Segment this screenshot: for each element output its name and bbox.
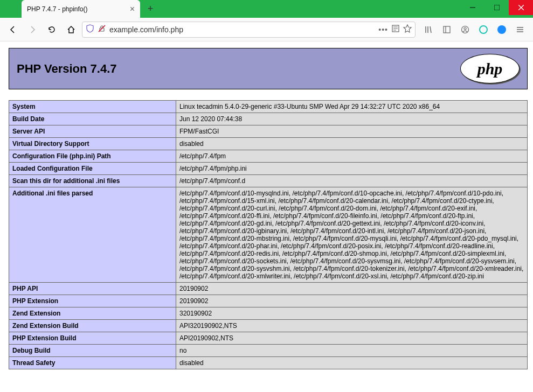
table-row: Loaded Configuration File/etc/php/7.4/fp… [9, 163, 528, 175]
php-version-title: PHP Version 7.4.7 [17, 62, 116, 76]
config-key: Configuration File (php.ini) Path [9, 150, 176, 163]
svg-point-16 [464, 27, 466, 30]
reload-button[interactable] [43, 21, 60, 38]
config-key: PHP Extension Build [9, 332, 176, 345]
config-key: PHP Extension [9, 295, 176, 307]
tab-close-icon[interactable]: × [130, 4, 135, 14]
config-value: disabled [176, 357, 528, 369]
page-content[interactable]: PHP Version 7.4.7 php SystemLinux tecadm… [0, 41, 533, 392]
config-value: 20190902 [176, 295, 528, 307]
table-row: Zend Extension BuildAPI320190902,NTS [9, 320, 528, 332]
table-row: Scan this dir for additional .ini files/… [9, 175, 528, 187]
tab-title: PHP 7.4.7 - phpinfo() [27, 5, 88, 13]
reader-icon[interactable] [391, 24, 400, 35]
config-value: API20190902,NTS [176, 332, 528, 345]
table-row: Additional .ini files parsed/etc/php/7.4… [9, 187, 528, 283]
config-key: System [9, 101, 176, 113]
forward-button[interactable] [24, 21, 41, 38]
page-actions-icon[interactable]: ••• [378, 25, 388, 34]
table-row: Server APIFPM/FastCGI [9, 125, 528, 138]
svg-line-12 [430, 26, 431, 33]
config-value: /etc/php/7.4/fpm/conf.d/10-mysqlnd.ini, … [176, 187, 528, 283]
extension-icon-1[interactable] [475, 21, 492, 38]
table-row: Build DateJun 12 2020 07:44:38 [9, 113, 528, 125]
back-button[interactable] [4, 21, 22, 38]
account-icon[interactable] [456, 21, 474, 38]
phpinfo-table: SystemLinux tecadmin 5.4.0-29-generic #3… [9, 100, 528, 369]
config-value: /etc/php/7.4/fpm [176, 150, 528, 163]
config-value: FPM/FastCGI [176, 125, 528, 138]
bookmark-star-icon[interactable] [403, 24, 412, 35]
table-row: Virtual Directory Supportdisabled [9, 138, 528, 150]
config-key: PHP API [9, 283, 176, 295]
table-row: Zend Extension320190902 [9, 307, 528, 320]
sidebar-icon[interactable] [438, 21, 455, 38]
config-value: 320190902 [176, 307, 528, 320]
address-bar[interactable]: ••• [82, 22, 416, 38]
table-row: Thread Safetydisabled [9, 357, 528, 369]
config-key: Thread Safety [9, 357, 176, 369]
config-key: Additional .ini files parsed [9, 187, 176, 283]
config-value: Linux tecadmin 5.4.0-29-generic #33-Ubun… [176, 101, 528, 113]
table-row: PHP Extension20190902 [9, 295, 528, 307]
insecure-icon[interactable] [98, 24, 106, 35]
config-key: Zend Extension Build [9, 320, 176, 332]
toolbar: ••• [0, 18, 533, 41]
shield-icon[interactable] [86, 24, 94, 35]
table-row: PHP Extension BuildAPI20190902,NTS [9, 332, 528, 345]
home-button[interactable] [63, 21, 80, 38]
extension-icon-2[interactable] [493, 21, 510, 38]
config-value: API320190902,NTS [176, 320, 528, 332]
menu-button[interactable] [511, 21, 529, 38]
config-key: Scan this dir for additional .ini files [9, 175, 176, 187]
table-row: PHP API20190902 [9, 283, 528, 295]
config-value: 20190902 [176, 283, 528, 295]
config-key: Debug Build [9, 345, 176, 357]
new-tab-button[interactable]: + [142, 0, 158, 18]
library-icon[interactable] [420, 21, 437, 38]
config-key: Virtual Directory Support [9, 138, 176, 150]
table-row: Configuration File (php.ini) Path/etc/ph… [9, 150, 528, 163]
browser-tab[interactable]: PHP 7.4.7 - phpinfo() × [22, 0, 140, 18]
config-key: Server API [9, 125, 176, 138]
url-input[interactable] [109, 25, 375, 34]
config-value: /etc/php/7.4/fpm/php.ini [176, 163, 528, 175]
php-logo: php [460, 54, 520, 83]
config-value: no [176, 345, 528, 357]
table-row: SystemLinux tecadmin 5.4.0-29-generic #3… [9, 101, 528, 113]
config-value: Jun 12 2020 07:44:38 [176, 113, 528, 125]
config-key: Build Date [9, 113, 176, 125]
config-key: Loaded Configuration File [9, 163, 176, 175]
phpinfo-header: PHP Version 7.4.7 php [9, 48, 528, 89]
config-value: /etc/php/7.4/fpm/conf.d [176, 175, 528, 187]
config-value: disabled [176, 138, 528, 150]
table-row: Debug Buildno [9, 345, 528, 357]
config-key: Zend Extension [9, 307, 176, 320]
svg-rect-13 [444, 26, 450, 33]
